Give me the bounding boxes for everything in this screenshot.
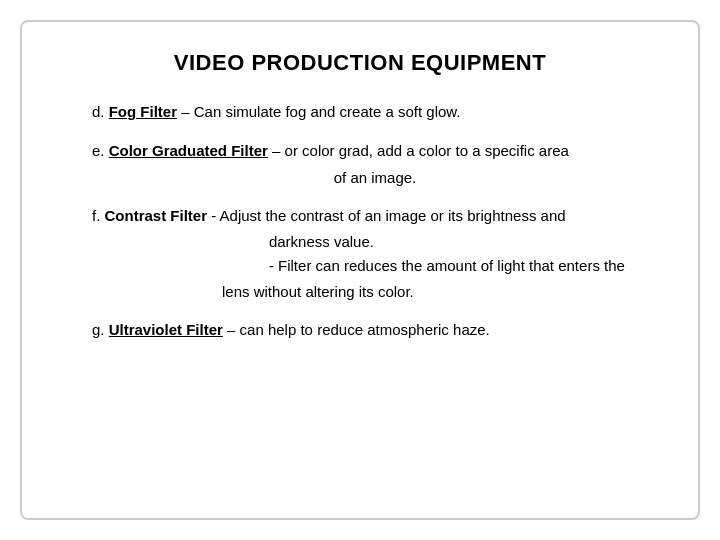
item-d-term: Fog Filter [109,103,177,120]
item-f-text: f. Contrast Filter - Adjust the contrast… [92,207,566,224]
item-e-desc2: of an image. [92,166,658,190]
page-title: VIDEO PRODUCTION EQUIPMENT [62,50,658,76]
item-f-label: f. [92,207,100,224]
item-f-term: Contrast Filter [105,207,208,224]
item-g-label: g. [92,321,105,338]
item-e-separator: – [272,142,285,159]
item-g-term: Ultraviolet Filter [109,321,223,338]
item-g-description: can help to reduce atmospheric haze. [240,321,490,338]
item-f-desc4: lens without altering its color. [222,280,414,304]
item-d-description: Can simulate fog and create a soft glow. [194,103,461,120]
item-e-text: e. Color Graduated Filter – or color gra… [92,142,569,159]
item-f-desc2: darkness value. [269,230,658,254]
item-g-separator: – [227,321,240,338]
item-g-text: g. Ultraviolet Filter – can help to redu… [92,321,490,338]
item-d-label: d. [92,103,105,120]
item-g: g. Ultraviolet Filter – can help to redu… [92,318,658,343]
item-e-desc1: or color grad, add a color to a specific… [285,142,569,159]
item-e-label: e. [92,142,105,159]
item-d-text: d. Fog Filter – Can simulate fog and cre… [92,103,461,120]
item-e: e. Color Graduated Filter – or color gra… [92,139,658,190]
item-f: f. Contrast Filter - Adjust the contrast… [92,204,658,305]
main-card: VIDEO PRODUCTION EQUIPMENT d. Fog Filter… [20,20,700,520]
item-f-spacer [92,230,269,278]
item-f-desc3: - Filter can reduces the amount of light… [269,254,658,278]
item-f-line3-row: lens without altering its color. [92,280,658,304]
item-d-separator: – [181,103,194,120]
item-f-desc2-block: darkness value. - Filter can reduces the… [269,230,658,278]
item-f-desc1: Adjust the contrast of an image or its b… [220,207,566,224]
item-f-line2-row: darkness value. - Filter can reduces the… [92,230,658,278]
item-e-term: Color Graduated Filter [109,142,268,159]
item-d: d. Fog Filter – Can simulate fog and cre… [92,100,658,125]
item-f-desc3-label [92,280,222,304]
item-f-separator: - [211,207,219,224]
